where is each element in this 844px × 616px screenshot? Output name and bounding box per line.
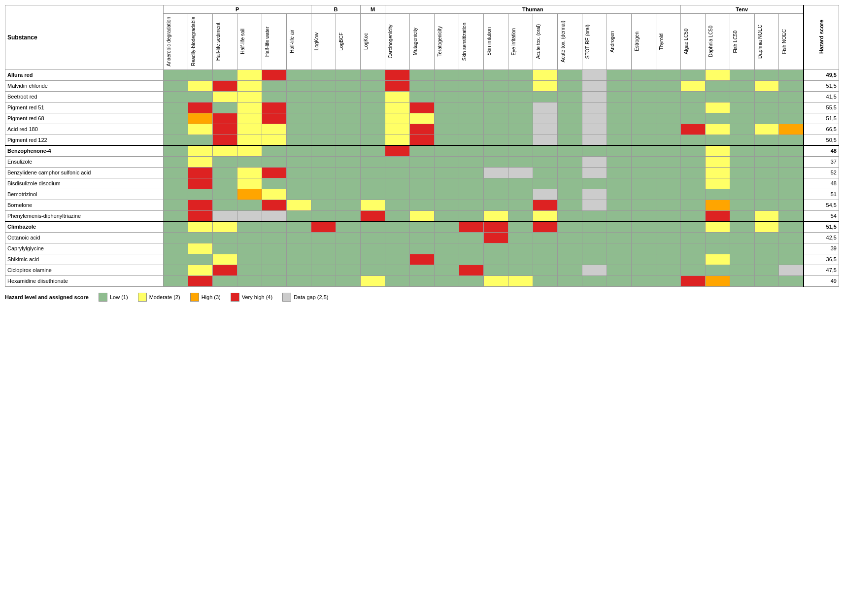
data-cell xyxy=(607,124,631,135)
table-row: Climbazole51,5 xyxy=(5,221,839,232)
data-cell xyxy=(237,80,262,91)
thuman-group-header: Thuman xyxy=(385,5,680,14)
data-cell xyxy=(361,200,385,210)
col-readily: Readily-biodegradable xyxy=(188,14,213,70)
data-cell xyxy=(237,254,262,265)
data-cell xyxy=(533,265,557,275)
data-cell xyxy=(680,254,705,265)
data-cell xyxy=(213,69,237,80)
data-cell xyxy=(409,102,434,113)
data-cell xyxy=(631,200,656,210)
data-cell xyxy=(361,221,385,232)
data-cell xyxy=(311,91,336,102)
data-cell xyxy=(607,69,631,80)
data-cell xyxy=(262,113,287,124)
data-cell xyxy=(705,275,730,286)
data-cell xyxy=(434,275,459,286)
table-row: Bisdisulizole disodium48 xyxy=(5,178,839,189)
hazard-score-value: 51,5 xyxy=(804,113,839,124)
data-cell xyxy=(164,200,188,210)
hazard-score-value: 39 xyxy=(804,243,839,254)
data-cell xyxy=(680,265,705,275)
data-cell xyxy=(459,69,483,80)
data-cell xyxy=(656,232,680,243)
data-cell xyxy=(730,167,754,178)
data-cell xyxy=(262,189,287,200)
col-halflife-air: Half-life air xyxy=(287,14,311,70)
data-cell xyxy=(730,210,754,221)
table-body: Allura red49,5Malvidin chloride51,5Beetr… xyxy=(5,69,839,286)
data-cell xyxy=(311,254,336,265)
data-cell xyxy=(311,69,336,80)
data-cell xyxy=(164,80,188,91)
data-cell xyxy=(754,91,779,102)
data-cell xyxy=(533,135,557,145)
data-cell xyxy=(459,102,483,113)
data-cell xyxy=(336,156,361,167)
col-anaerobic: Anaerobic degradation xyxy=(164,14,188,70)
data-cell xyxy=(188,124,213,135)
data-cell xyxy=(533,80,557,91)
data-cell xyxy=(483,91,508,102)
data-cell xyxy=(631,69,656,80)
data-cell xyxy=(188,221,213,232)
substance-name: Pigment red 51 xyxy=(5,102,164,113)
data-cell xyxy=(409,167,434,178)
data-cell xyxy=(164,265,188,275)
data-cell xyxy=(631,243,656,254)
data-cell xyxy=(533,167,557,178)
data-cell xyxy=(656,156,680,167)
col-stotre: STOT-RE (oral) xyxy=(582,14,607,70)
data-cell xyxy=(164,91,188,102)
data-cell xyxy=(779,156,804,167)
data-cell xyxy=(656,91,680,102)
data-cell xyxy=(188,243,213,254)
substance-name: Shikimic acid xyxy=(5,254,164,265)
col-eyeirr: Eye irritation xyxy=(508,14,533,70)
data-cell xyxy=(336,91,361,102)
data-cell xyxy=(730,91,754,102)
data-cell xyxy=(336,243,361,254)
data-cell xyxy=(607,221,631,232)
data-cell xyxy=(557,91,582,102)
data-cell xyxy=(287,265,311,275)
data-cell xyxy=(779,221,804,232)
legend-high-label: High (3) xyxy=(202,294,221,300)
data-cell xyxy=(409,189,434,200)
data-cell xyxy=(361,243,385,254)
hazard-score-value: 48 xyxy=(804,178,839,189)
data-cell xyxy=(164,210,188,221)
substance-name: Ensulizole xyxy=(5,156,164,167)
data-cell xyxy=(557,232,582,243)
data-cell xyxy=(459,221,483,232)
data-cell xyxy=(434,91,459,102)
data-cell xyxy=(311,210,336,221)
table-row: Ensulizole37 xyxy=(5,156,839,167)
legend-moderate-box xyxy=(138,293,147,302)
data-cell xyxy=(237,135,262,145)
data-cell xyxy=(754,275,779,286)
data-cell xyxy=(680,232,705,243)
data-cell xyxy=(680,113,705,124)
data-cell xyxy=(656,167,680,178)
data-cell xyxy=(262,221,287,232)
data-cell xyxy=(607,102,631,113)
data-cell xyxy=(705,265,730,275)
data-cell xyxy=(631,254,656,265)
data-cell xyxy=(680,80,705,91)
data-cell xyxy=(385,135,409,145)
data-cell xyxy=(237,200,262,210)
col-acutetox-dermal: Acute tox. (dermal) xyxy=(557,14,582,70)
data-cell xyxy=(434,221,459,232)
data-cell xyxy=(188,167,213,178)
tenv-group-header: Tenv xyxy=(680,5,804,14)
data-cell xyxy=(287,275,311,286)
data-cell xyxy=(385,189,409,200)
data-cell xyxy=(459,124,483,135)
data-cell xyxy=(237,145,262,156)
data-cell xyxy=(607,210,631,221)
data-cell xyxy=(213,102,237,113)
data-cell xyxy=(188,232,213,243)
data-cell xyxy=(754,254,779,265)
group-header-row: Substance P B M Thuman Tenv Hazard score xyxy=(5,5,839,14)
